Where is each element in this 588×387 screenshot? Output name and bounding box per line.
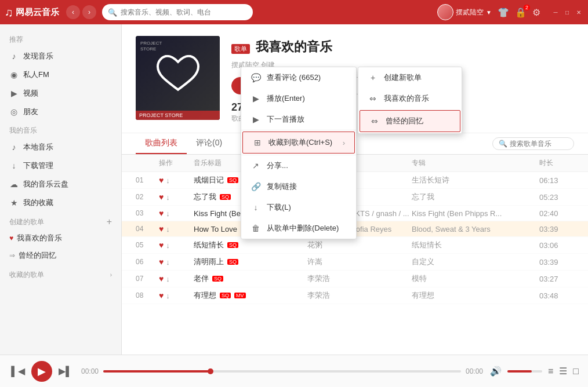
download-icon[interactable]: ↓: [166, 176, 170, 185]
lyrics-icon[interactable]: ☰: [559, 366, 567, 377]
current-time: 00:00: [81, 367, 99, 375]
radio-icon: ◉: [9, 70, 19, 79]
player-bar: ▌◀ ▶ ▶▌ 00:00 00:00 🔊 ≡ ☰ □: [0, 355, 588, 387]
sidebar-item-cloud[interactable]: ☁ 我的音乐云盘: [0, 175, 121, 194]
sidebar-item-local[interactable]: ♪ 本地音乐: [0, 138, 121, 156]
download-icon[interactable]: ↓: [166, 258, 170, 266]
comment-icon: 💬: [251, 72, 261, 83]
favorite-icon[interactable]: ♥: [159, 240, 164, 250]
song-search-input[interactable]: [510, 140, 568, 148]
ctx-download[interactable]: ↓ 下载(L): [241, 197, 356, 218]
next-button[interactable]: ▶▌: [57, 363, 74, 380]
sq-badge: SQ: [220, 194, 231, 200]
maximize-button[interactable]: □: [562, 8, 572, 17]
download-icon[interactable]: ↓: [166, 241, 170, 250]
back-button[interactable]: ‹: [66, 5, 80, 19]
play-button[interactable]: ▶: [31, 361, 52, 382]
minimize-button[interactable]: ─: [551, 8, 560, 17]
add-playlist-button[interactable]: +: [107, 217, 112, 227]
arrow-right-icon: ›: [343, 138, 345, 147]
username-label: 摆貳陆空: [456, 8, 484, 17]
favorite-icon[interactable]: ♥: [159, 274, 164, 283]
search-input[interactable]: [121, 8, 247, 16]
arrow-playlist-icon: ⇒: [9, 251, 15, 260]
add-to-playlist-icon: ⊞: [252, 137, 263, 148]
sidebar-item-zengjing[interactable]: ⇒ 曾经的回忆: [0, 247, 121, 264]
music-note-icon: ♪: [9, 52, 19, 61]
heart-sub-icon: ⇔: [368, 93, 378, 104]
favorite-icon[interactable]: ♥: [159, 291, 164, 300]
submenu: + 创建新歌单 ⇔ 我喜欢的音乐 ⇔ 曾经的回忆: [358, 67, 462, 134]
progress-fill: [103, 370, 210, 373]
search-icon: 🔍: [499, 140, 507, 148]
context-menu: 💬 查看评论 (6652) ▶ 播放(Enter) ▶ 下一首播放 ⊞ 收藏到歌…: [241, 67, 357, 239]
song-search[interactable]: 🔍: [492, 137, 574, 150]
ctx-play[interactable]: ▶ 播放(Enter): [241, 88, 356, 109]
nav-buttons: ‹ ›: [66, 5, 96, 19]
ctx-copylink[interactable]: 🔗 复制链接: [241, 176, 356, 197]
table-row[interactable]: 05 ♥ ↓ 纸短情长 SQ 花粥 纸短情长 03:06: [122, 237, 588, 254]
dropdown-icon: ▼: [486, 9, 492, 16]
create-icon: +: [368, 72, 378, 83]
favorite-icon[interactable]: ♥: [159, 176, 164, 185]
table-row[interactable]: 07 ♥ ↓ 老伴 SQ 李荣浩 模特 03:27: [122, 271, 588, 287]
table-row[interactable]: 08 ♥ ↓ 有理想 SQ MV 李荣浩 有理想 03:48: [122, 287, 588, 304]
favorite-icon[interactable]: ♥: [159, 192, 164, 202]
volume-icon[interactable]: 🔊: [490, 366, 502, 377]
ctx-addto[interactable]: ⊞ 收藏到歌单(Ctrl+S) ›: [242, 132, 355, 154]
sidebar-item-woxihuan[interactable]: ♥ 我喜欢的音乐: [0, 229, 121, 247]
sidebar-item-video[interactable]: ▶ 视频: [0, 84, 121, 103]
favorite-icon[interactable]: ♥: [159, 209, 164, 218]
playlist-name-row: 歌单 我喜欢的音乐: [231, 38, 574, 56]
volume-fill: [507, 370, 532, 373]
ctx-delete[interactable]: 🗑 从歌单中删除(Delete): [241, 218, 356, 239]
ctx-share[interactable]: ↗ 分享...: [241, 155, 356, 176]
download-icon[interactable]: ↓: [166, 209, 170, 218]
cover-project-label: PROJECTSTORE: [140, 41, 162, 53]
sidebar: 推荐 ♪ 发现音乐 ◉ 私人FM ▶ 视频 ◎ 朋友 我的音乐 ♪ 本地音乐 ↓…: [0, 24, 122, 355]
sq-badge: SQ: [227, 259, 238, 265]
ctx-comment[interactable]: 💬 查看评论 (6652): [241, 67, 356, 88]
favorite-icon[interactable]: ♥: [159, 257, 164, 266]
download-icon: ↓: [9, 161, 19, 170]
sidebar-item-collection[interactable]: ★ 我的收藏: [0, 194, 121, 212]
tab-songs[interactable]: 歌曲列表: [136, 133, 187, 154]
playlist-badge: 歌单: [231, 44, 250, 54]
sidebar-item-fm[interactable]: ◉ 私人FM: [0, 65, 121, 84]
collected-section: 收藏的歌单 ›: [0, 266, 121, 283]
download-icon[interactable]: ↓: [166, 291, 170, 300]
sidebar-item-download[interactable]: ↓ 下载管理: [0, 156, 121, 175]
download-icon[interactable]: ↓: [166, 225, 170, 233]
prev-button[interactable]: ▌◀: [9, 363, 27, 380]
playlist-icon[interactable]: ≡: [548, 366, 553, 377]
tab-comments[interactable]: 评论(0): [187, 133, 231, 154]
download-icon[interactable]: ↓: [166, 193, 170, 202]
submenu-woxihuan[interactable]: ⇔ 我喜欢的音乐: [358, 88, 462, 109]
search-icon: 🔍: [108, 8, 117, 17]
close-button[interactable]: ✕: [574, 8, 583, 17]
ctx-playnext[interactable]: ▶ 下一首播放: [241, 109, 356, 130]
submenu-zengjing[interactable]: ⇔ 曾经的回忆: [360, 110, 460, 132]
table-row[interactable]: 06 ♥ ↓ 清明雨上 SQ 许嵩 自定义 03:39: [122, 254, 588, 271]
volume-bar[interactable]: [507, 370, 542, 373]
notifications[interactable]: 🔒 2: [515, 7, 527, 18]
favorite-icon[interactable]: ♥: [159, 224, 164, 233]
shirt-icon[interactable]: 👕: [498, 7, 509, 18]
player-controls: ▌◀ ▶ ▶▌: [9, 361, 74, 382]
download-ctx-icon: ↓: [251, 202, 261, 213]
download-icon[interactable]: ↓: [166, 275, 170, 283]
cloud-icon: ☁: [9, 180, 19, 189]
submenu-new[interactable]: + 创建新歌单: [358, 67, 462, 88]
sidebar-item-discover[interactable]: ♪ 发现音乐: [0, 47, 121, 65]
col-duration: 时长: [539, 158, 574, 168]
user-avatar-wrap[interactable]: 摆貳陆空 ▼: [437, 4, 492, 20]
progress-bar[interactable]: [103, 370, 461, 373]
forward-button[interactable]: ›: [82, 5, 96, 19]
sidebar-mymusic-title: 我的音乐: [0, 121, 121, 138]
search-bar[interactable]: 🔍: [102, 4, 253, 20]
miniplayer-icon[interactable]: □: [573, 366, 579, 377]
app-logo: ♫ 网易云音乐: [5, 6, 59, 19]
sidebar-item-friends[interactable]: ◎ 朋友: [0, 103, 121, 121]
collected-toggle[interactable]: 收藏的歌单 ›: [0, 266, 121, 283]
settings-icon[interactable]: ⚙: [532, 7, 540, 18]
